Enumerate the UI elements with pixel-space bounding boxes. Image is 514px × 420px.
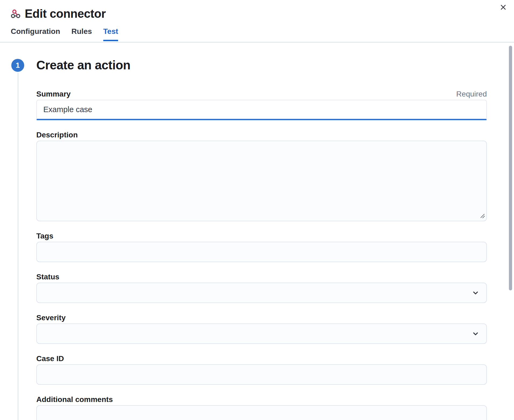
vertical-scrollbar[interactable]: [509, 44, 512, 420]
webhook-connector-icon: [11, 9, 20, 19]
edit-connector-flyout: Edit connector Configuration Rules Test …: [0, 0, 514, 420]
tab-rules[interactable]: Rules: [72, 27, 92, 41]
case-id-input[interactable]: [36, 364, 487, 385]
description-textarea[interactable]: [36, 141, 487, 221]
scrollbar-thumb[interactable]: [509, 46, 512, 290]
field-additional-comments: Additional comments: [36, 395, 487, 420]
tags-label: Tags: [36, 232, 53, 240]
step-number-badge: 1: [11, 59, 24, 72]
flyout-title: Edit connector: [25, 7, 106, 20]
severity-label: Severity: [36, 314, 66, 322]
chevron-down-icon: [471, 289, 480, 297]
close-button[interactable]: [497, 1, 510, 14]
tab-bar: Configuration Rules Test: [0, 27, 514, 42]
description-label: Description: [36, 131, 78, 139]
summary-input[interactable]: [36, 100, 487, 120]
case-id-label: Case ID: [36, 354, 64, 363]
additional-comments-label: Additional comments: [36, 395, 113, 404]
step-title: Create an action: [36, 58, 487, 72]
chevron-down-icon: [471, 329, 480, 338]
field-status: Status: [36, 272, 487, 303]
severity-select[interactable]: [36, 323, 487, 344]
field-case-id: Case ID: [36, 354, 487, 385]
field-description: Description: [36, 130, 487, 221]
resize-handle-icon[interactable]: [479, 212, 485, 220]
field-severity: Severity: [36, 313, 487, 344]
status-select[interactable]: [36, 283, 487, 303]
additional-comments-textarea[interactable]: [36, 405, 487, 420]
step-connector-line: [18, 73, 18, 420]
field-summary: Summary Required: [36, 90, 487, 120]
tab-test[interactable]: Test: [103, 27, 118, 41]
required-hint: Required: [456, 90, 487, 99]
tab-configuration[interactable]: Configuration: [11, 27, 60, 41]
flyout-header: Edit connector: [0, 0, 514, 20]
close-icon: [499, 3, 507, 12]
status-label: Status: [36, 273, 59, 281]
create-action-section: Create an action Summary Required Descri…: [36, 58, 487, 420]
field-tags: Tags: [36, 232, 487, 262]
tags-input[interactable]: [36, 242, 487, 262]
summary-label: Summary: [36, 90, 71, 99]
